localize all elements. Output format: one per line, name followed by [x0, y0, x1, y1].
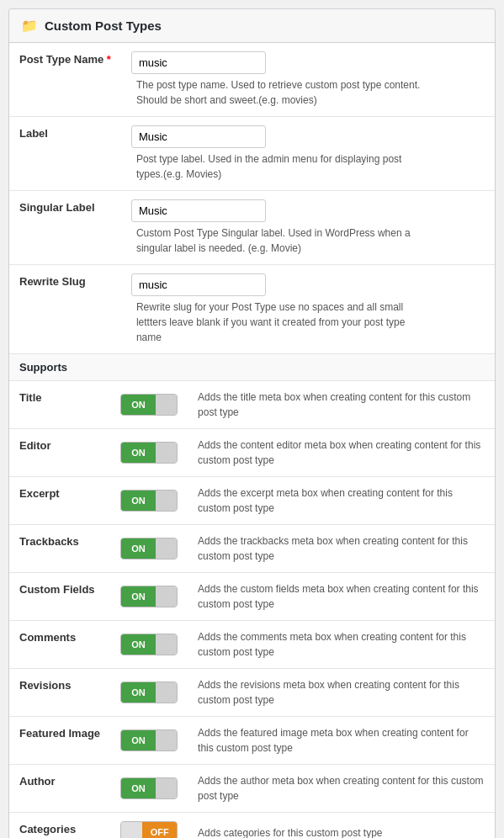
post-type-name-row: Post Type Name * The post type name. Use…	[9, 43, 495, 117]
required-marker: *	[107, 53, 111, 66]
singular-label-desc: Custom Post Type Singular label. Used in…	[136, 225, 422, 256]
support-desc-author: Adds the author meta box when creating c…	[188, 765, 495, 813]
support-row-excerpt: ExcerptONAdds the excerpt meta box when …	[9, 477, 495, 525]
rewrite-slug-desc: Rewrite slug for your Post Type use no s…	[136, 300, 422, 345]
post-type-name-desc: The post type name. Used to retrieve cus…	[136, 77, 422, 108]
toggle-trackbacks[interactable]: ON	[120, 538, 178, 560]
support-row-revisions: RevisionsONAdds the revisions meta box w…	[9, 669, 495, 717]
support-label-comments: Comments	[9, 621, 110, 669]
toggle-off-indicator	[156, 538, 177, 559]
toggle-off-indicator	[156, 586, 177, 607]
toggle-off-label: OFF	[142, 822, 177, 838]
toggle-on-label: ON	[121, 682, 156, 703]
toggle-comments[interactable]: ON	[120, 634, 178, 655]
supports-table: TitleONAdds the title meta box when crea…	[9, 381, 495, 838]
post-type-name-input[interactable]	[131, 51, 266, 74]
support-label-categories: Categories	[9, 813, 110, 839]
support-desc-custom-fields: Adds the custom fields meta box when cre…	[188, 573, 495, 621]
singular-label-label: Singular Label	[9, 191, 121, 265]
support-label-trackbacks: Trackbacks	[9, 525, 110, 573]
supports-header-row: Supports	[9, 354, 495, 381]
toggle-revisions[interactable]: ON	[120, 682, 178, 703]
post-type-name-input-wrap: The post type name. Used to retrieve cus…	[131, 51, 485, 108]
singular-label-row: Singular Label Custom Post Type Singular…	[9, 191, 495, 265]
label-input[interactable]	[131, 125, 266, 148]
toggle-title[interactable]: ON	[120, 394, 178, 416]
support-row-custom-fields: Custom FieldsONAdds the custom fields me…	[9, 573, 495, 621]
toggle-on-label: ON	[121, 634, 156, 655]
support-desc-featured-image: Adds the featured image meta box when cr…	[188, 717, 495, 765]
supports-header: Supports	[9, 354, 495, 381]
rewrite-slug-input-wrap: Rewrite slug for your Post Type use no s…	[131, 273, 485, 345]
support-label-excerpt: Excerpt	[9, 477, 110, 525]
toggle-off-indicator	[156, 443, 177, 463]
toggle-featured-image[interactable]: ON	[120, 729, 178, 751]
support-row-author: AuthorONAdds the author meta box when cr…	[9, 765, 495, 813]
toggle-off-indicator	[156, 682, 177, 703]
panel-title: Custom Post Types	[45, 19, 162, 33]
support-label-custom-fields: Custom Fields	[9, 573, 110, 621]
folder-icon: 📁	[21, 18, 38, 34]
support-label-author: Author	[9, 765, 110, 813]
support-desc-revisions: Adds the revisions meta box when creatin…	[188, 669, 495, 717]
toggle-off-indicator	[156, 491, 177, 511]
support-row-title: TitleONAdds the title meta box when crea…	[9, 381, 495, 429]
custom-post-types-panel: 📁 Custom Post Types Post Type Name * The…	[8, 8, 496, 838]
panel-header: 📁 Custom Post Types	[9, 9, 495, 43]
support-row-trackbacks: TrackbacksONAdds the trackbacks meta box…	[9, 525, 495, 573]
support-label-title: Title	[9, 381, 110, 429]
label-label: Label	[9, 117, 121, 191]
support-desc-comments: Adds the comments meta box when creating…	[188, 621, 495, 669]
toggle-on-label: ON	[121, 586, 156, 607]
toggle-on-indicator	[121, 822, 142, 838]
toggle-off-indicator	[156, 634, 177, 655]
label-row: Label Post type label. Used in the admin…	[9, 117, 495, 191]
support-desc-categories: Adds categories for this custom post typ…	[188, 813, 495, 839]
support-row-featured-image: Featured ImageONAdds the featured image …	[9, 717, 495, 765]
toggle-custom-fields[interactable]: ON	[120, 586, 178, 607]
rewrite-slug-label: Rewrite Slug	[9, 265, 121, 354]
toggle-on-label: ON	[121, 538, 156, 559]
support-desc-excerpt: Adds the excerpt meta box when creating …	[188, 477, 495, 525]
support-desc-trackbacks: Adds the trackbacks meta box when creati…	[188, 525, 495, 573]
toggle-off-indicator	[156, 730, 177, 750]
fields-table: Post Type Name * The post type name. Use…	[9, 43, 495, 381]
label-input-wrap: Post type label. Used in the admin menu …	[131, 125, 485, 182]
toggle-on-label: ON	[121, 491, 156, 511]
support-row-comments: CommentsONAdds the comments meta box whe…	[9, 621, 495, 669]
toggle-off-indicator	[156, 395, 177, 415]
toggle-on-label: ON	[121, 443, 156, 463]
toggle-on-label: ON	[121, 395, 156, 415]
toggle-categories[interactable]: OFF	[120, 821, 178, 838]
toggle-on-label: ON	[121, 778, 156, 798]
support-row-categories: CategoriesOFFAdds categories for this cu…	[9, 813, 495, 839]
toggle-off-indicator	[156, 778, 177, 798]
rewrite-slug-row: Rewrite Slug Rewrite slug for your Post …	[9, 265, 495, 354]
support-label-revisions: Revisions	[9, 669, 110, 717]
toggle-on-label: ON	[121, 730, 156, 750]
singular-label-input[interactable]	[131, 199, 266, 222]
support-row-editor: EditorONAdds the content editor meta box…	[9, 429, 495, 477]
post-type-name-label: Post Type Name *	[9, 43, 121, 117]
support-desc-editor: Adds the content editor meta box when cr…	[188, 429, 495, 477]
rewrite-slug-input[interactable]	[131, 273, 266, 296]
toggle-author[interactable]: ON	[120, 777, 178, 799]
toggle-excerpt[interactable]: ON	[120, 490, 178, 512]
support-label-editor: Editor	[9, 429, 110, 477]
label-desc: Post type label. Used in the admin menu …	[136, 151, 422, 182]
support-label-featured-image: Featured Image	[9, 717, 110, 765]
singular-label-input-wrap: Custom Post Type Singular label. Used in…	[131, 199, 485, 256]
toggle-editor[interactable]: ON	[120, 442, 178, 464]
support-desc-title: Adds the title meta box when creating co…	[188, 381, 495, 429]
